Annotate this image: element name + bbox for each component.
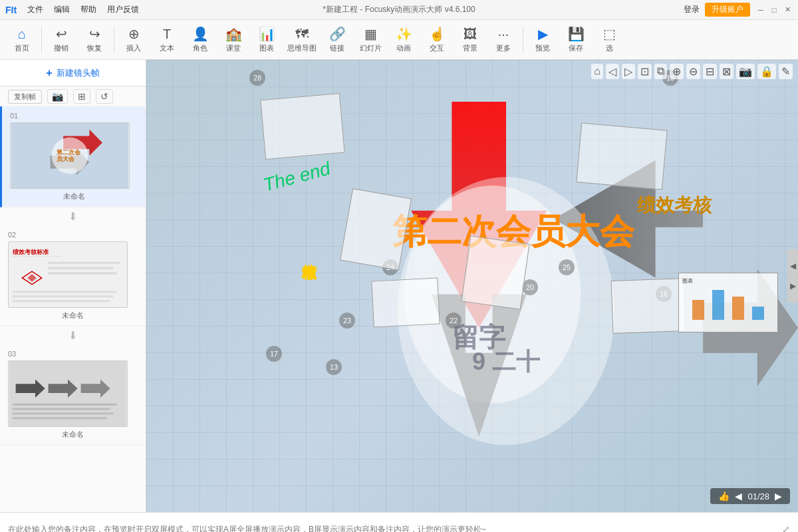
tool-classroom[interactable]: 🏫 课堂	[217, 22, 250, 58]
frame-item-2[interactable]: 02 绩效考核标准	[0, 225, 146, 327]
upgrade-button[interactable]: 升级账户	[705, 3, 750, 17]
badge-13: 13	[326, 359, 342, 375]
slide-counter: 👍 ◀ 01/28 ▶	[710, 488, 790, 504]
slide-forward-button[interactable]: ▶	[775, 491, 782, 501]
notes-expand-button[interactable]: ⤢	[782, 524, 790, 533]
canvas-fit-icon[interactable]: ⊡	[638, 64, 652, 79]
frame-list: 01 第二次会 员大会	[0, 106, 146, 512]
tool-save[interactable]: 💾 保存	[559, 22, 593, 58]
maximize-button[interactable]: □	[769, 5, 779, 15]
prev-slide-button[interactable]: 👍	[718, 491, 730, 501]
canvas-toolbar: ⌂ ◁ ▷ ⊡ ⧉ ⊕ ⊖ ⊟ ⊠ 📷 🔒 ✎	[591, 64, 793, 79]
canvas-area[interactable]: ⌂ ◁ ▷ ⊡ ⧉ ⊕ ⊖ ⊟ ⊠ 📷 🔒 ✎	[146, 60, 798, 512]
tool-insert[interactable]: ⊕ 插入	[117, 22, 150, 58]
tool-background[interactable]: 🖼 背景	[454, 22, 487, 58]
rotate-button[interactable]: ↺	[96, 89, 113, 104]
tool-text-label: 文本	[160, 43, 174, 53]
slide-icon: ▦	[364, 26, 377, 42]
canvas-edit-icon[interactable]: ✎	[779, 64, 793, 79]
login-button[interactable]: 登录	[684, 4, 700, 15]
tool-mindmap[interactable]: 🗺 思维导图	[283, 22, 321, 58]
canvas-fullscreen-icon[interactable]: ⧉	[654, 64, 667, 79]
screenshot-button[interactable]: 📷	[47, 89, 68, 104]
menu-help[interactable]: 帮助	[80, 4, 96, 15]
tool-interact[interactable]: ☝ 交互	[420, 22, 454, 58]
frame-item-1[interactable]: 01 第二次会 员大会	[0, 106, 146, 207]
grid-view-button[interactable]: ⊞	[73, 89, 90, 104]
canvas-align-icon[interactable]: ⊟	[703, 64, 717, 79]
insert-icon: ⊕	[128, 26, 140, 42]
select-icon: ⬚	[603, 26, 616, 42]
tool-role-label: 角色	[193, 43, 207, 53]
svg-rect-33	[712, 290, 724, 320]
new-frame-label: 新建镜头帧	[57, 67, 100, 79]
badge-20: 20	[522, 279, 538, 295]
menu-feedback[interactable]: 用户反馈	[107, 4, 139, 15]
undo-icon: ↩	[56, 26, 67, 42]
canvas-prev-icon[interactable]: ◁	[606, 64, 619, 79]
logo-text: FIt	[5, 5, 17, 15]
tool-redo-label: 恢复	[87, 43, 102, 53]
frame-title-2: 未命名	[8, 311, 138, 321]
menu-file[interactable]: 文件	[27, 4, 43, 15]
chart-icon: 📊	[259, 26, 275, 42]
the-end-text: The end	[261, 158, 333, 196]
frame-num-1: 01	[10, 112, 138, 120]
canvas-distribute-icon[interactable]: ⊠	[720, 64, 733, 79]
canvas-lock-icon[interactable]: 🔒	[757, 64, 776, 79]
badge-17: 17	[266, 346, 282, 362]
minimize-button[interactable]: ─	[755, 5, 766, 15]
tool-more-label: 更多	[496, 43, 511, 53]
tool-link[interactable]: 🔗 链接	[321, 22, 354, 58]
tool-classroom-label: 课堂	[226, 43, 241, 53]
tool-more[interactable]: ··· 更多	[487, 22, 520, 58]
text-icon: T	[163, 27, 171, 42]
tool-home[interactable]: ⌂ 首页	[5, 22, 39, 58]
frame-item-3[interactable]: 03	[0, 344, 146, 446]
notes-input[interactable]	[8, 525, 782, 533]
window-title: *新建工程 - Focusky动画演示大师 v4.6.100	[323, 5, 475, 14]
canvas-zoom-out-icon[interactable]: ⊖	[686, 64, 700, 79]
close-button[interactable]: ✕	[782, 5, 793, 15]
canvas-collapse-right[interactable]: ▶	[787, 269, 798, 303]
svg-rect-13	[49, 272, 117, 275]
new-frame-button[interactable]: + 新建镜头帧	[0, 60, 146, 86]
copy-frame-button[interactable]: 复制帧	[8, 90, 42, 104]
frame-sep-2: ⬇	[0, 327, 146, 344]
slide-counter-text: 01/28	[747, 491, 769, 501]
canvas-camera-icon[interactable]: 📷	[736, 64, 755, 79]
tool-slide[interactable]: ▦ 幻灯片	[354, 22, 387, 58]
canvas-next-icon[interactable]: ▷	[622, 64, 635, 79]
gray-text-2: 9 二十	[472, 346, 540, 378]
notes-bar: ⤢	[0, 512, 798, 532]
tool-undo[interactable]: ↩ 撤销	[45, 22, 78, 58]
tool-preview[interactable]: ▶ 预览	[526, 22, 559, 58]
tool-chart-label: 图表	[259, 43, 274, 53]
tool-redo[interactable]: ↪ 恢复	[78, 22, 111, 58]
svg-text:员大会: 员大会	[56, 156, 75, 162]
svg-rect-14	[13, 291, 117, 293]
tool-chart[interactable]: 📊 图表	[250, 22, 283, 58]
tool-insert-label: 插入	[126, 43, 141, 53]
tool-role[interactable]: 👤 角色	[184, 22, 217, 58]
svg-text:图表: 图表	[682, 278, 693, 284]
toolbar-sep-2	[114, 27, 114, 53]
svg-rect-23	[13, 412, 114, 414]
gold-text: 绩效考核	[637, 193, 712, 218]
tool-interact-label: 交互	[430, 43, 444, 53]
card-box-2	[340, 188, 412, 271]
tool-background-label: 背景	[463, 43, 477, 53]
tool-select[interactable]: ⬚ 选	[593, 22, 626, 58]
card-box-4	[461, 235, 529, 310]
canvas-home-icon[interactable]: ⌂	[591, 64, 603, 79]
badge-28: 28	[249, 70, 265, 86]
canvas-zoom-in-icon[interactable]: ⊕	[670, 64, 684, 79]
svg-rect-24	[13, 417, 107, 419]
badge-25: 25	[559, 259, 575, 275]
menu-edit[interactable]: 编辑	[54, 4, 70, 15]
tool-animation[interactable]: ✨ 动画	[387, 22, 420, 58]
tool-home-label: 首页	[15, 43, 29, 53]
tool-text[interactable]: T 文本	[150, 22, 184, 58]
slide-back-button[interactable]: ◀	[735, 491, 742, 501]
svg-rect-11	[49, 261, 120, 264]
